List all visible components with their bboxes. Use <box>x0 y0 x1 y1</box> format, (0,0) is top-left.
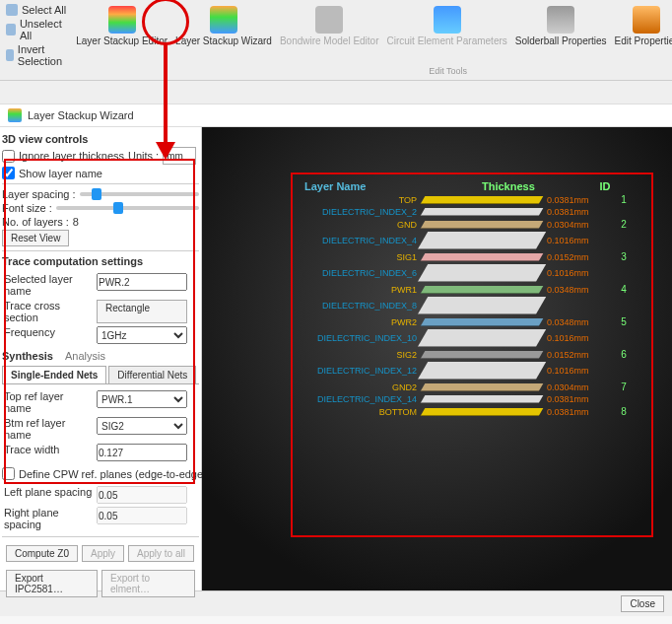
left-spacing-label: Left plane spacing <box>4 486 93 504</box>
ribbon-toolbar: Select All Unselect All Invert Selection… <box>0 0 672 81</box>
differential-tab[interactable]: Differential Nets <box>108 366 196 383</box>
ignore-thickness-label: Ignore layer thickness <box>19 150 124 162</box>
units-label: Units : <box>128 150 159 162</box>
layer-thickness: 0.1016mm <box>541 366 614 376</box>
synthesis-tab[interactable]: Synthesis <box>2 350 53 362</box>
layer-slab <box>421 351 544 359</box>
layer-id: 3 <box>614 251 634 262</box>
layer-row: PWR10.0348mm4 <box>304 284 639 295</box>
layer-slab <box>418 297 546 314</box>
stack-header: Layer Name Thickness ID <box>304 180 639 192</box>
unselect-all-btn[interactable]: Unselect All <box>6 18 66 41</box>
layer-stackup-editor-btn[interactable]: Layer Stackup Editor <box>72 4 171 48</box>
layer-thickness: 0.0348mm <box>541 317 614 327</box>
select-all-icon <box>6 4 18 16</box>
top-ref-label: Top ref layer name <box>4 390 93 414</box>
invert-selection-btn[interactable]: Invert Selection <box>6 43 66 67</box>
top-ref-select[interactable]: PWR.1 <box>97 390 187 408</box>
layer-slab <box>418 264 546 282</box>
layer-name: TOP <box>304 195 423 205</box>
select-all-btn[interactable]: Select All <box>6 4 66 16</box>
apply-all-button[interactable]: Apply to all <box>128 545 194 562</box>
layer-name: BOTTOM <box>304 407 423 417</box>
circuit-element-params-btn[interactable]: Circuit Element Parameters <box>383 4 511 48</box>
layer-name: DIELECTRIC_INDEX_10 <box>304 333 423 343</box>
dialog-title-text: Layer Stackup Wizard <box>28 109 134 121</box>
btm-ref-select[interactable]: SIG2 <box>97 417 187 435</box>
cross-section-btn[interactable]: Rectangle <box>97 300 187 323</box>
trace-settings-heading: Trace computation settings <box>2 255 199 267</box>
bondwire-editor-btn[interactable]: Bondwire Model Editor <box>276 4 383 48</box>
edit-tools-label: Edit Tools <box>429 66 467 76</box>
dialog-title-bar: Layer Stackup Wizard <box>0 104 672 127</box>
3d-viewer[interactable]: Layer Name Thickness ID TOP0.0381mm1DIEL… <box>202 127 672 590</box>
cross-section-label: Trace cross section <box>4 300 93 323</box>
layer-row: BOTTOM0.0381mm8 <box>304 406 639 417</box>
layer-slab <box>418 232 546 249</box>
layer-stackup-wizard-btn[interactable]: Layer Stackup Wizard <box>171 4 276 48</box>
export-ipc-button[interactable]: Export IPC2581… <box>6 570 98 597</box>
edit-properties-btn[interactable]: Edit Properties <box>611 4 672 48</box>
ignore-thickness-checkbox[interactable] <box>2 150 15 163</box>
reset-view-button[interactable]: Reset View <box>2 230 69 246</box>
layer-row: PWR20.0348mm5 <box>304 316 639 327</box>
single-ended-tab[interactable]: Single-Ended Nets <box>2 366 106 383</box>
selected-layer-input[interactable] <box>97 273 187 291</box>
trace-width-label: Trace width <box>4 444 93 461</box>
layer-slab <box>421 286 544 294</box>
btm-ref-label: Btm ref layer name <box>4 417 93 441</box>
layer-thickness: 0.0152mm <box>541 252 614 262</box>
layer-thickness: 0.1016mm <box>541 236 614 245</box>
layer-thickness: 0.0381mm <box>541 394 614 404</box>
compute-z0-button[interactable]: Compute Z0 <box>6 545 78 562</box>
solderball-icon <box>547 6 574 34</box>
stackup-wizard-icon <box>210 6 237 34</box>
layer-id: 7 <box>614 381 634 392</box>
layer-id: 4 <box>614 284 634 295</box>
layer-thickness: 0.1016mm <box>541 333 614 343</box>
left-spacing-input <box>97 486 187 504</box>
layer-row: DIELECTRIC_INDEX_100.1016mm <box>304 329 639 347</box>
close-button[interactable]: Close <box>621 595 664 612</box>
layer-thickness: 0.0152mm <box>541 350 614 360</box>
frequency-select[interactable]: 1GHz <box>97 326 187 344</box>
layer-stack-display: Layer Name Thickness ID TOP0.0381mm1DIEL… <box>304 180 639 535</box>
solderball-props-btn[interactable]: Solderball Properties <box>511 4 611 48</box>
layer-name: DIELECTRIC_INDEX_2 <box>304 207 423 217</box>
num-layers-label: No. of layers : <box>2 216 69 228</box>
layer-row: SIG20.0152mm6 <box>304 349 639 360</box>
font-size-slider[interactable] <box>56 206 199 210</box>
layer-name: DIELECTRIC_INDEX_4 <box>304 236 423 245</box>
layer-thickness: 0.0381mm <box>541 195 614 205</box>
secondary-toolstrip <box>0 81 672 104</box>
layer-slab <box>421 318 544 326</box>
layer-slab <box>421 221 544 229</box>
layer-spacing-label: Layer spacing : <box>2 188 76 200</box>
analysis-tab[interactable]: Analysis <box>65 350 105 362</box>
apply-button[interactable]: Apply <box>82 545 124 562</box>
layer-name: DIELECTRIC_INDEX_6 <box>304 268 423 278</box>
layer-name: SIG1 <box>304 252 423 262</box>
units-input[interactable] <box>163 147 196 165</box>
layer-id: 2 <box>614 219 634 230</box>
layer-thickness: 0.0304mm <box>541 220 614 230</box>
layer-row: DIELECTRIC_INDEX_140.0381mm <box>304 394 639 404</box>
cpw-checkbox[interactable] <box>2 467 15 480</box>
layer-row: GND20.0304mm7 <box>304 381 639 392</box>
right-spacing-input <box>97 507 187 524</box>
layer-name: GND <box>304 220 423 230</box>
stackup-editor-icon <box>108 6 136 34</box>
layer-row: GND0.0304mm2 <box>304 219 639 230</box>
show-layer-name-label: Show layer name <box>19 168 102 179</box>
layer-spacing-slider[interactable] <box>80 192 199 196</box>
show-layer-name-checkbox[interactable] <box>2 167 15 179</box>
layer-slab <box>421 383 544 391</box>
layer-name: DIELECTRIC_INDEX_8 <box>304 301 423 311</box>
invert-selection-icon <box>6 49 14 61</box>
trace-width-input[interactable] <box>97 444 187 461</box>
cpw-label: Define CPW ref. planes (edge-to-edge) : <box>19 468 213 480</box>
circuit-element-icon <box>434 6 461 34</box>
layer-slab <box>418 362 546 380</box>
layer-thickness: 0.0304mm <box>541 382 614 392</box>
export-element-button[interactable]: Export to elment… <box>101 570 195 597</box>
